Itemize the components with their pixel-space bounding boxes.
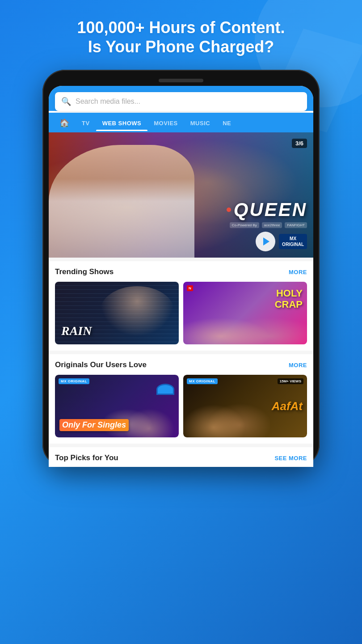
banner-content: QUEEN Co-Powered By ace2three FANFIGHT: [227, 199, 307, 251]
singles-mx-badge: MX ORIGINAL: [59, 378, 89, 384]
trending-more-button[interactable]: MORE: [289, 269, 307, 275]
sponsor-fanfight: FANFIGHT: [285, 222, 307, 228]
originals-section: Originals Our Users Love MORE MX ORIGINA…: [49, 354, 313, 444]
tab-more[interactable]: NE: [216, 114, 237, 131]
phone-mockup: 🔍 Search media files... 🏠 TV WEB SHOWS M…: [0, 70, 362, 467]
show-card-aafat[interactable]: MX ORIGINAL 15M+ VIEWS AafAt: [183, 375, 307, 437]
tab-home[interactable]: 🏠: [53, 113, 76, 132]
phone-device: 🔍 Search media files... 🏠 TV WEB SHOWS M…: [42, 70, 320, 467]
search-bar-area: 🔍 Search media files...: [49, 86, 313, 111]
singles-title: Only For Singles: [59, 419, 129, 431]
aafat-views-badge: 15M+ VIEWS: [278, 378, 303, 384]
play-button[interactable]: [256, 232, 275, 251]
top-picks-more-button[interactable]: SEE MORE: [274, 455, 307, 462]
banner-counter: 3/6: [292, 139, 307, 148]
tab-web-shows[interactable]: WEB SHOWS: [96, 114, 148, 131]
phone-screen: 🔍 Search media files... 🏠 TV WEB SHOWS M…: [49, 86, 313, 467]
search-icon: 🔍: [61, 97, 71, 106]
trending-header: Trending Shows MORE: [55, 267, 307, 276]
sponsor1: Co-Powered By: [230, 222, 259, 228]
show-card-singles[interactable]: MX ORIGINAL Only For Singles: [55, 375, 179, 437]
originals-title: Originals Our Users Love: [55, 360, 147, 369]
tab-movies[interactable]: MOVIES: [147, 114, 184, 131]
top-picks-header: Top Picks for You SEE MORE: [55, 453, 307, 462]
show-card-rain[interactable]: RAIN: [55, 282, 179, 344]
trending-section: Trending Shows MORE RAIN: [49, 261, 313, 351]
aafat-title: AafAt: [272, 399, 303, 413]
nav-tabs: 🏠 TV WEB SHOWS MOVIES MUSIC NE: [49, 113, 313, 132]
mx-original-badge: MX ORIGINAL: [279, 234, 307, 249]
netflix-badge: N: [187, 285, 193, 291]
tab-music[interactable]: MUSIC: [184, 114, 216, 131]
hero-banner[interactable]: 3/6 QUEEN Co-Powered By ace2three FANFIG…: [49, 132, 313, 258]
phone-notch: [49, 79, 313, 82]
search-bar[interactable]: 🔍 Search media files...: [55, 92, 307, 111]
queen-title: QUEEN: [227, 199, 307, 220]
phone-speaker: [159, 79, 203, 82]
hero-section: 100,000+ Hours of Content. Is Your Phone…: [0, 0, 362, 70]
sponsor-ace: ace2three: [262, 222, 282, 228]
banner-actions: MX ORIGINAL: [227, 232, 307, 251]
sponsor-logos: Co-Powered By ace2three FANFIGHT: [227, 222, 307, 228]
trending-shows-row: RAIN N HOLYCRAP: [55, 282, 307, 344]
originals-header: Originals Our Users Love MORE: [55, 360, 307, 369]
aafat-mx-badge: MX ORIGINAL: [187, 378, 218, 384]
show-card-holy-crap[interactable]: N HOLYCRAP: [183, 282, 307, 344]
rain-title: RAIN: [61, 324, 92, 338]
content-area: 3/6 QUEEN Co-Powered By ace2three FANFIG…: [49, 132, 313, 467]
top-picks-title: Top Picks for You: [55, 453, 118, 462]
hero-headline: 100,000+ Hours of Content. Is Your Phone…: [9, 18, 353, 56]
originals-more-button[interactable]: MORE: [289, 362, 307, 369]
originals-row: MX ORIGINAL Only For Singles MX ORIGINAL…: [55, 375, 307, 437]
play-icon: [263, 237, 269, 246]
tab-tv[interactable]: TV: [76, 114, 96, 131]
search-placeholder-text: Search media files...: [76, 97, 140, 106]
top-picks-section: Top Picks for You SEE MORE: [49, 447, 313, 467]
trending-title: Trending Shows: [55, 267, 114, 276]
